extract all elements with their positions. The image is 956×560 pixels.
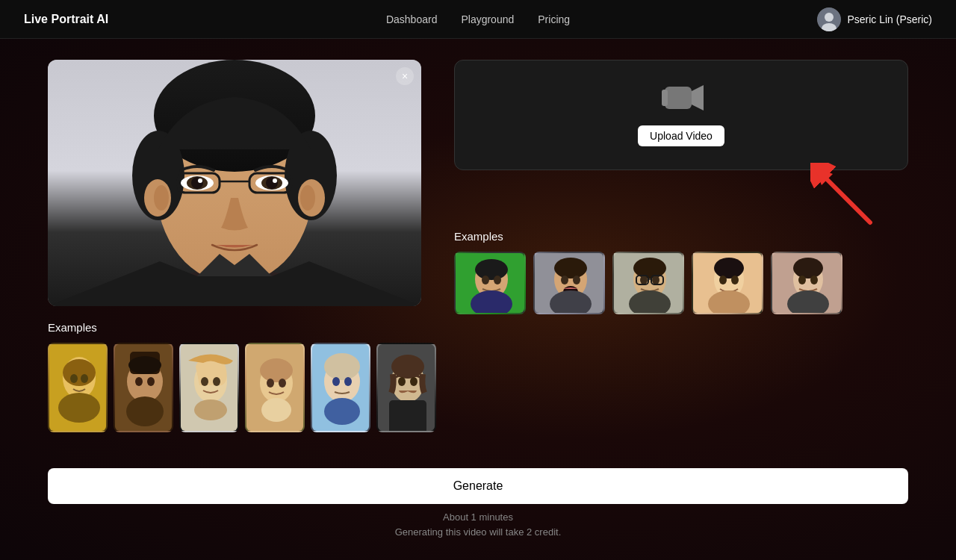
username-label: Pseric Lin (Pseric) xyxy=(847,13,932,25)
list-item[interactable] xyxy=(179,343,239,432)
list-item[interactable] xyxy=(454,252,526,314)
svg-point-59 xyxy=(391,355,424,379)
svg-point-71 xyxy=(482,276,489,284)
svg-point-37 xyxy=(135,377,143,386)
svg-point-48 xyxy=(267,379,274,388)
svg-point-100 xyxy=(798,276,806,284)
svg-point-99 xyxy=(793,258,823,279)
list-item[interactable] xyxy=(376,343,436,432)
right-examples-label: Examples xyxy=(454,230,908,243)
right-examples-grid xyxy=(454,252,908,314)
svg-point-49 xyxy=(279,379,286,388)
svg-point-61 xyxy=(410,377,418,386)
upload-video-area[interactable]: Upload Video xyxy=(454,60,908,170)
generate-info: About 1 minutes Generating this video wi… xyxy=(395,510,562,539)
svg-point-12 xyxy=(191,177,203,189)
upload-label: Upload Video xyxy=(638,125,724,146)
svg-point-44 xyxy=(194,399,227,420)
list-item[interactable] xyxy=(311,343,370,432)
nav-link-playground[interactable]: Playground xyxy=(461,13,514,25)
nav-links: Dashboard Playground Pricing xyxy=(386,13,570,25)
svg-point-70 xyxy=(475,259,508,280)
svg-point-76 xyxy=(554,258,587,279)
svg-point-42 xyxy=(201,377,208,386)
svg-marker-65 xyxy=(692,85,704,111)
svg-point-85 xyxy=(640,276,648,284)
nav-link-pricing[interactable]: Pricing xyxy=(538,13,570,25)
right-panel: Upload Video Examples xyxy=(454,60,908,539)
svg-point-38 xyxy=(147,377,155,386)
svg-point-54 xyxy=(332,377,340,386)
video-icon xyxy=(659,84,704,116)
svg-point-77 xyxy=(561,276,568,284)
svg-point-13 xyxy=(198,178,202,183)
svg-point-60 xyxy=(398,377,406,386)
left-examples-grid xyxy=(48,343,436,432)
svg-point-17 xyxy=(273,178,277,183)
svg-point-86 xyxy=(652,276,659,284)
svg-point-78 xyxy=(573,276,580,284)
svg-point-29 xyxy=(63,359,96,386)
svg-point-95 xyxy=(731,276,739,284)
list-item[interactable] xyxy=(533,252,605,314)
svg-point-101 xyxy=(810,276,818,284)
svg-point-43 xyxy=(213,377,220,386)
list-item[interactable] xyxy=(245,343,305,432)
nav-link-dashboard[interactable]: Dashboard xyxy=(386,13,438,25)
avatar xyxy=(817,7,841,31)
brand-logo[interactable]: Live Portrait AI xyxy=(24,13,108,26)
svg-point-24 xyxy=(154,185,169,211)
svg-point-94 xyxy=(719,276,727,284)
svg-point-55 xyxy=(344,377,352,386)
svg-point-53 xyxy=(324,353,360,380)
arrow-annotation xyxy=(810,163,878,233)
svg-point-1 xyxy=(825,13,834,22)
svg-point-93 xyxy=(714,258,744,279)
list-item[interactable] xyxy=(692,252,763,314)
bottom-area: Generate About 1 minutes Generating this… xyxy=(0,468,956,560)
svg-marker-67 xyxy=(814,167,833,185)
navbar: Live Portrait AI Dashboard Playground Pr… xyxy=(0,0,956,39)
svg-point-39 xyxy=(126,396,164,426)
svg-point-32 xyxy=(81,374,88,383)
svg-point-16 xyxy=(266,177,278,189)
right-examples-section: Examples xyxy=(454,230,908,314)
generate-button[interactable]: Generate xyxy=(48,468,908,504)
user-menu[interactable]: Pseric Lin (Pseric) xyxy=(817,7,932,31)
svg-point-30 xyxy=(58,393,100,423)
list-item[interactable] xyxy=(771,252,842,314)
list-item[interactable] xyxy=(114,343,173,432)
svg-point-47 xyxy=(260,358,293,382)
svg-rect-64 xyxy=(662,90,668,106)
list-item[interactable] xyxy=(612,252,684,314)
svg-rect-62 xyxy=(389,400,426,432)
svg-point-26 xyxy=(300,185,315,211)
close-button[interactable]: × xyxy=(396,67,414,85)
svg-point-31 xyxy=(70,374,78,383)
svg-point-36 xyxy=(128,356,161,374)
svg-point-72 xyxy=(494,276,501,284)
svg-point-56 xyxy=(324,398,360,425)
left-examples-section: Examples xyxy=(48,321,436,432)
left-panel: × Examples xyxy=(48,60,436,539)
left-examples-label: Examples xyxy=(48,321,436,334)
portrait-display: × xyxy=(48,60,421,306)
svg-rect-63 xyxy=(665,87,692,109)
list-item[interactable] xyxy=(48,343,108,432)
svg-point-50 xyxy=(261,398,291,422)
